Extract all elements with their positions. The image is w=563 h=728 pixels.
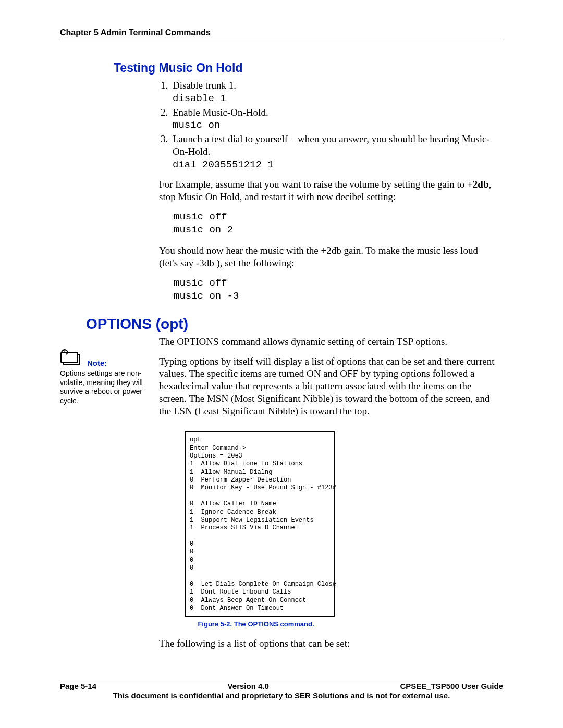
note-body: Options settings are non-volatile, meani… bbox=[60, 369, 151, 405]
step-3-cmd: dial 2035551212 1 bbox=[173, 159, 274, 170]
step-3-text: Launch a test dial to yourself – when yo… bbox=[173, 133, 490, 157]
options-following: The following is a list of options that … bbox=[159, 637, 498, 650]
section-title-testing-music-on-hold: Testing Music On Hold bbox=[114, 61, 503, 75]
step-1-cmd: disable 1 bbox=[173, 93, 226, 104]
code-block-music-on-neg3: music off music on -3 bbox=[174, 277, 503, 303]
options-output-box: opt Enter Command-> Options = 20e3 1 All… bbox=[185, 431, 335, 617]
options-intro-1: The OPTIONS command allows dynamic setti… bbox=[159, 336, 498, 348]
footer-confidential: This document is confidential and propri… bbox=[60, 691, 503, 700]
step-2: Enable Music-On-Hold. music on bbox=[170, 106, 498, 132]
svg-rect-1 bbox=[61, 352, 78, 363]
page: Chapter 5 Admin Terminal Commands Testin… bbox=[0, 0, 563, 728]
note-label: Note: bbox=[87, 359, 107, 367]
para-gain-bold: +2db bbox=[467, 179, 488, 190]
footer-version: Version 4.0 bbox=[228, 682, 269, 690]
para-less-loud: You should now hear the music with the +… bbox=[159, 244, 498, 269]
note-block: Note: Options settings are non-volatile,… bbox=[60, 349, 151, 405]
steps-block: Disable trunk 1. disable 1 Enable Music-… bbox=[159, 79, 498, 171]
para-gain-a: For Example, assume that you want to rai… bbox=[159, 179, 467, 190]
page-header: Chapter 5 Admin Terminal Commands bbox=[60, 28, 503, 40]
step-3: Launch a test dial to yourself – when yo… bbox=[170, 133, 498, 171]
footer-doc-title: CPSEE_TSP500 User Guide bbox=[400, 682, 503, 690]
section-title-options: OPTIONS (opt) bbox=[86, 316, 503, 332]
code-block-music-on-2: music off music on 2 bbox=[174, 211, 503, 237]
figure-caption-5-2: Figure 5-2. The OPTIONS command. bbox=[185, 620, 327, 628]
step-2-text: Enable Music-On-Hold. bbox=[173, 107, 268, 118]
footer-page-number: Page 5-14 bbox=[60, 682, 96, 690]
step-1: Disable trunk 1. disable 1 bbox=[170, 79, 498, 105]
step-1-text: Disable trunk 1. bbox=[173, 80, 236, 91]
options-intro-2: Typing options by itself will display a … bbox=[159, 355, 498, 417]
page-footer: Page 5-14 Version 4.0 CPSEE_TSP500 User … bbox=[60, 680, 503, 700]
note-icon bbox=[60, 349, 85, 368]
step-2-cmd: music on bbox=[173, 119, 220, 131]
para-gain-example: For Example, assume that you want to rai… bbox=[159, 178, 498, 203]
